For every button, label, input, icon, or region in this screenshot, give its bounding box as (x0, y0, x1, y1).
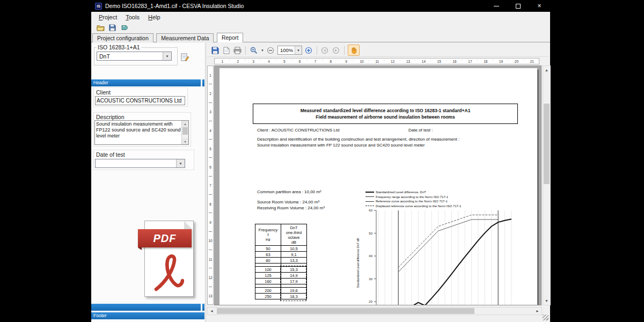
legend-item: Reference curve according to the Norm IS… (365, 199, 461, 204)
report-client-line: Client : ACOUSTIC CONSTRUCTIONS Ltd (257, 128, 339, 133)
table-header-frequency: Frequency f Hz (255, 224, 281, 246)
ruler-mark: ·5 (276, 58, 292, 64)
scroll-thumb[interactable] (544, 104, 550, 184)
ruler-mark: 7 (208, 177, 213, 195)
pdf-ribbon-badge: PDF (138, 229, 192, 247)
page-setup-button[interactable] (222, 46, 231, 55)
ruler-mark: 4 (208, 121, 213, 140)
description-input[interactable]: Sound insulation measurement with FP122 … (94, 120, 189, 145)
scroll-up-icon[interactable]: ▲ (182, 121, 188, 127)
frequency-cell: 63 (255, 252, 281, 258)
footer-section-bar[interactable]: Footer (91, 312, 204, 319)
preview-viewport[interactable]: Measured standardized level difference a… (214, 65, 541, 305)
scroll-thumb[interactable] (217, 308, 474, 314)
page-export-icon (223, 47, 230, 54)
dnt-value-cell: 13,3 (281, 258, 307, 264)
menu-project[interactable]: Project (94, 13, 121, 21)
ruler-mark: 2 (208, 84, 213, 103)
ruler-mark: 10 (208, 232, 213, 250)
maximize-button[interactable] (507, 0, 529, 12)
zoom-out-button[interactable] (266, 46, 275, 55)
dnt-value-cell: 10,5 (281, 246, 307, 252)
tab-measurement-data[interactable]: Measurement Data (156, 33, 214, 42)
frequency-cell: 50 (255, 246, 281, 252)
report-partition-area: Common partition area : 10,00 m² (257, 189, 321, 194)
chevron-down-icon[interactable]: ▼ (261, 49, 264, 52)
app-window: IS Demo ISO16283_1-Amd1.cif - CESVA Insu… (91, 0, 550, 322)
header-section-bar[interactable]: Header (91, 79, 201, 86)
scroll-right-icon[interactable]: ► (533, 308, 541, 314)
print-button[interactable] (233, 46, 242, 55)
ruler-mark: ·9 (339, 58, 354, 64)
magnitude-select[interactable]: DnT ▼ (97, 52, 172, 61)
minimize-button[interactable] (486, 0, 507, 12)
scroll-thumb[interactable] (182, 127, 188, 135)
hand-tool-button[interactable] (348, 45, 360, 56)
zoom-in-button[interactable] (304, 46, 313, 55)
toolbar-separator (317, 46, 317, 55)
ruler-mark: ·11 (369, 58, 385, 64)
magnitude-value: DnT (99, 53, 110, 60)
ruler-mark: ·6 (292, 58, 308, 64)
ruler-mark: ·14 (416, 58, 431, 64)
frequency-cell: 250 (255, 294, 281, 299)
header-bar-handle[interactable] (202, 79, 204, 86)
zoom-tool-button[interactable] (249, 46, 258, 55)
open-project-button[interactable] (96, 24, 105, 32)
vertical-scrollbar[interactable]: ▲ ▼ (543, 65, 551, 305)
preview-save-button[interactable] (210, 46, 219, 55)
scroll-down-icon[interactable]: ▼ (182, 138, 188, 144)
tab-strip: Project configuration Measurement Data R… (91, 33, 550, 42)
report-preview-panel: ▼ 100% ▼ (206, 43, 550, 322)
report-options-button[interactable] (180, 53, 190, 62)
zoom-out-icon (267, 47, 274, 54)
description-scrollbar[interactable]: ▲ ▼ (181, 121, 188, 144)
client-input[interactable] (95, 96, 185, 105)
ruler-mark: 12 (208, 268, 213, 287)
frequency-cell: 125 (255, 273, 281, 279)
pdf-badge-text: PDF (153, 232, 177, 245)
nav-forward-button[interactable] (332, 46, 341, 55)
report-title-line2: Field measurement of airborne sound insu… (253, 114, 517, 120)
collapsed-bar-handle[interactable] (202, 304, 204, 311)
legend-label: Reference curve according to the Norm IS… (376, 200, 448, 203)
nav-back-button[interactable] (320, 46, 330, 55)
chevron-down-icon: ▼ (295, 46, 302, 54)
close-button[interactable]: × (529, 0, 550, 12)
ruler-mark: ·4 (261, 58, 277, 64)
report-page: Measured standardized level difference a… (219, 68, 537, 305)
footer-section-label: Footer (93, 313, 107, 318)
legend-label: Standardized Level difference, DnT (376, 191, 426, 194)
scroll-up-icon[interactable]: ▲ (543, 66, 550, 74)
scroll-down-icon[interactable]: ▼ (543, 297, 550, 305)
ruler-vertical: 12345678910111213 (207, 65, 214, 305)
table-row: 5010,5 (255, 246, 307, 252)
tab-report[interactable]: Report (217, 33, 244, 42)
export-tag-button[interactable] (120, 24, 128, 32)
zoom-in-icon (305, 47, 312, 54)
date-of-test-select[interactable]: ▼ (95, 159, 185, 168)
menu-bar: Project Tools Help (91, 12, 550, 23)
scroll-left-icon[interactable]: ◄ (208, 308, 216, 314)
resize-grip[interactable] (543, 314, 548, 320)
legend-line-icon (365, 192, 374, 193)
svg-text:30: 30 (369, 277, 372, 281)
report-receiving-volume: Receiving Room Volume : 24,00 m³ (257, 206, 325, 210)
frequency-cell: 160 (255, 279, 281, 284)
date-of-test-label: Date of test (96, 151, 125, 158)
collapsed-section-bar[interactable] (91, 304, 201, 311)
pdf-export-icon[interactable]: PDF (138, 213, 195, 298)
ruler-mark: ·8 (323, 58, 339, 64)
zoom-level-select[interactable]: 100% ▼ (277, 46, 302, 55)
menu-tools[interactable]: Tools (121, 13, 144, 21)
svg-text:60: 60 (369, 209, 372, 212)
ruler-mark: 9 (208, 213, 213, 231)
menu-help[interactable]: Help (144, 13, 165, 21)
horizontal-scrollbar[interactable]: ◄ ► (207, 307, 542, 315)
save-project-button[interactable] (108, 24, 116, 32)
title-bar[interactable]: IS Demo ISO16283_1-Amd1.cif - CESVA Insu… (91, 0, 550, 12)
ruler-mark: ·19 (493, 58, 509, 64)
ruler-mark: 1 (208, 66, 213, 84)
tab-project-configuration[interactable]: Project configuration (92, 33, 153, 42)
table-header-dnt: DnT one-third octave dB (281, 224, 307, 246)
